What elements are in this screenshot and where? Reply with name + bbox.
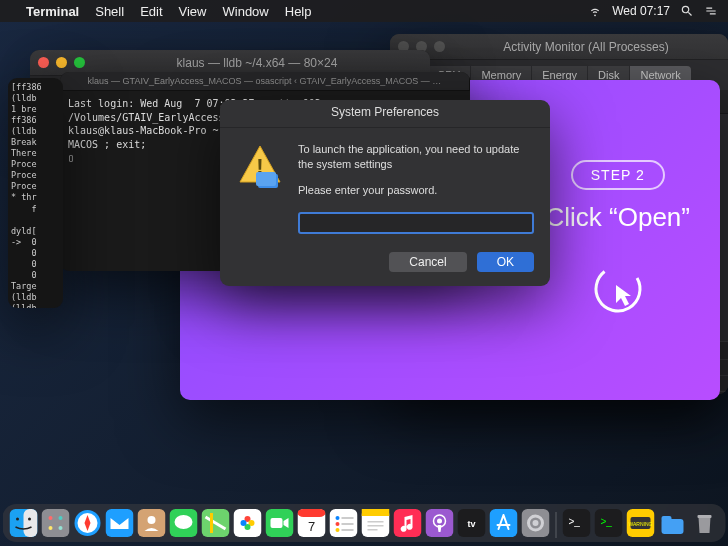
wifi-icon[interactable] — [588, 4, 602, 18]
svg-rect-27 — [271, 518, 283, 528]
dock-facetime[interactable] — [265, 508, 295, 538]
term-back-title: klaus — lldb ~/4.x64 — 80×24 — [92, 56, 422, 70]
svg-rect-40 — [368, 521, 384, 523]
svg-rect-49 — [490, 509, 518, 537]
svg-rect-33 — [342, 517, 354, 519]
dock: 7 tv >_ >_ WARNING — [3, 504, 726, 542]
dock-launchpad[interactable] — [41, 508, 71, 538]
svg-rect-15 — [106, 509, 134, 537]
dock-calendar[interactable]: 7 — [297, 508, 327, 538]
menu-shell[interactable]: Shell — [95, 4, 124, 19]
menubar: Terminal Shell Edit View Window Help Wed… — [0, 0, 728, 22]
dock-separator — [556, 512, 557, 538]
dialog-line2: Please enter your password. — [298, 183, 534, 198]
svg-point-34 — [336, 522, 340, 526]
svg-rect-43 — [394, 509, 422, 537]
cancel-button[interactable]: Cancel — [389, 252, 466, 272]
svg-text:>_: >_ — [569, 516, 581, 527]
cursor-graphic — [546, 257, 690, 321]
dock-maps[interactable] — [201, 508, 231, 538]
svg-rect-29 — [298, 509, 326, 517]
app-name[interactable]: Terminal — [26, 4, 79, 19]
term-main-tab[interactable]: klaus — GTAIV_EarlyAccess_MACOS — osascr… — [60, 72, 470, 90]
step-badge: STEP 2 — [571, 160, 665, 190]
dialog-line1: To launch the application, you need to u… — [298, 142, 534, 173]
close-icon[interactable] — [38, 57, 49, 68]
dock-settings[interactable] — [521, 508, 551, 538]
minimize-icon[interactable] — [56, 57, 67, 68]
dock-terminal2[interactable]: >_ — [594, 508, 624, 538]
svg-rect-39 — [362, 509, 390, 516]
dialog-title: System Preferences — [220, 100, 550, 128]
svg-text:WARNING: WARNING — [629, 521, 653, 527]
svg-rect-5 — [24, 509, 38, 537]
svg-rect-62 — [698, 515, 712, 518]
dock-terminal[interactable]: >_ — [562, 508, 592, 538]
svg-point-9 — [49, 516, 53, 520]
clock[interactable]: Wed 07:17 — [612, 4, 670, 18]
dock-safari[interactable] — [73, 508, 103, 538]
svg-text:7: 7 — [308, 519, 315, 534]
svg-point-10 — [59, 516, 63, 520]
dock-trash[interactable] — [690, 508, 720, 538]
dock-tv[interactable]: tv — [457, 508, 487, 538]
svg-point-46 — [437, 519, 442, 524]
svg-point-6 — [16, 518, 19, 521]
svg-rect-61 — [662, 516, 672, 522]
svg-text:>_: >_ — [601, 516, 613, 527]
menu-view[interactable]: View — [179, 4, 207, 19]
svg-point-11 — [49, 526, 53, 530]
lldb-output: [ff386 (lldb 1 bre ff386 (lldb Break The… — [8, 78, 63, 308]
activity-title: Activity Monitor (All Processes) — [452, 40, 720, 54]
svg-point-25 — [241, 520, 247, 526]
dock-notes[interactable] — [361, 508, 391, 538]
svg-rect-41 — [368, 525, 384, 527]
svg-point-52 — [533, 520, 539, 526]
dock-disk[interactable]: WARNING — [626, 508, 656, 538]
svg-point-19 — [175, 515, 193, 529]
dock-reminders[interactable] — [329, 508, 359, 538]
svg-rect-35 — [342, 523, 354, 525]
dock-music[interactable] — [393, 508, 423, 538]
dock-appstore[interactable] — [489, 508, 519, 538]
dock-contacts[interactable] — [137, 508, 167, 538]
ok-button[interactable]: OK — [477, 252, 534, 272]
zoom-icon[interactable] — [74, 57, 85, 68]
dock-downloads[interactable] — [658, 508, 688, 538]
warning-icon: ! — [236, 142, 284, 234]
dock-messages[interactable] — [169, 508, 199, 538]
svg-point-36 — [336, 528, 340, 532]
dock-mail[interactable] — [105, 508, 135, 538]
password-input[interactable] — [298, 212, 534, 234]
svg-rect-3 — [256, 172, 276, 186]
control-center-icon[interactable] — [704, 4, 718, 18]
dock-podcasts[interactable] — [425, 508, 455, 538]
svg-point-17 — [148, 516, 156, 524]
svg-rect-42 — [368, 529, 378, 531]
menu-edit[interactable]: Edit — [140, 4, 162, 19]
password-dialog: System Preferences ! To launch the appli… — [220, 100, 550, 286]
dock-photos[interactable] — [233, 508, 263, 538]
dock-finder[interactable] — [9, 508, 39, 538]
svg-text:tv: tv — [467, 519, 475, 529]
svg-point-12 — [59, 526, 63, 530]
step-headline: Click “Open” — [546, 202, 690, 233]
svg-point-32 — [336, 516, 340, 520]
menu-help[interactable]: Help — [285, 4, 312, 19]
search-icon[interactable] — [680, 4, 694, 18]
svg-rect-21 — [234, 509, 262, 537]
svg-rect-37 — [342, 529, 354, 531]
svg-point-7 — [28, 518, 31, 521]
menu-window[interactable]: Window — [223, 4, 269, 19]
svg-rect-8 — [42, 509, 70, 537]
